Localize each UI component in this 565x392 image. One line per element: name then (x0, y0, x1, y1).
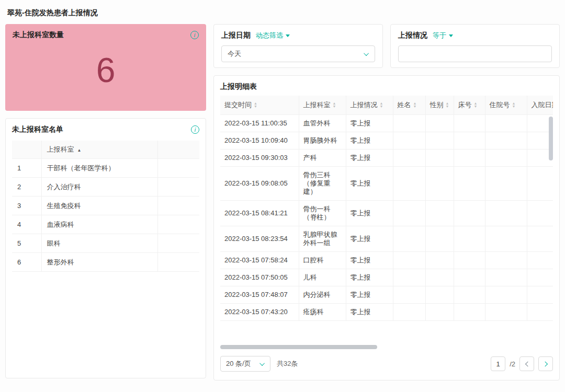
status-filter-mode-link[interactable]: 等于 (433, 31, 453, 40)
cell-name (393, 286, 425, 303)
cell-report-dept: 骨伤三科（修复重建） (299, 166, 346, 200)
dept-table-row: 5 眼科 (12, 234, 199, 252)
vertical-scrollbar-thumb[interactable] (549, 117, 553, 160)
dept-row-index: 5 (12, 234, 41, 252)
cell-name (393, 200, 425, 226)
cell-admission-no (485, 132, 527, 149)
cell-report-status: 零上报 (346, 269, 393, 286)
page-header: 翠苑-住院发热患者上报情况 (0, 0, 565, 24)
dept-row-name: 眼科 (41, 234, 157, 252)
column-header-admission-no[interactable]: 住院号 (485, 96, 527, 114)
cell-report-status: 零上报 (346, 200, 393, 226)
cell-admission-no (485, 200, 527, 226)
cell-submit-time: 2022-03-15 08:41:21 (220, 200, 299, 226)
info-icon[interactable] (190, 31, 199, 39)
column-header-bed[interactable]: 床号 (454, 96, 485, 114)
cell-admission-no (485, 149, 527, 166)
info-icon[interactable] (191, 125, 199, 134)
date-filter-mode-label: 动态筛选 (256, 31, 283, 40)
cell-admission-no (485, 251, 527, 269)
cell-sex (425, 269, 454, 286)
status-filter-mode-label: 等于 (433, 31, 446, 40)
filters-row: 上报日期 动态筛选 今天 上报情况 等于 (213, 24, 560, 68)
sorter-icon (254, 102, 257, 108)
cell-sex (425, 251, 454, 269)
column-label: 住院号 (490, 101, 510, 109)
cell-bed (454, 226, 485, 251)
detail-table-row: 2022-03-15 08:41:21 骨伤一科（脊柱） 零上报 (220, 200, 553, 226)
column-header-admit-date[interactable]: 入院日期 (527, 96, 553, 114)
column-header-submit-time[interactable]: 提交时间 (220, 96, 299, 114)
cell-report-dept: 内分泌科 (299, 286, 346, 303)
column-header-report-dept[interactable]: 上报科室 (299, 96, 346, 114)
cell-admit-date (527, 303, 553, 320)
status-filter-label: 上报情况 (398, 31, 427, 40)
dept-row-name: 血液病科 (41, 215, 157, 234)
detail-table-row: 2022-03-15 09:30:03 产科 零上报 (220, 149, 553, 166)
cell-bed (454, 251, 485, 269)
detail-table-row: 2022-03-15 07:50:05 儿科 零上报 (220, 269, 553, 286)
cell-report-dept: 口腔科 (299, 251, 346, 269)
dept-row-empty (157, 252, 199, 271)
dept-card-header: 未上报科室名单 (12, 125, 199, 134)
date-filter-header: 上报日期 动态筛选 (221, 31, 375, 40)
cell-report-status: 零上报 (346, 251, 393, 269)
unreported-dept-list-card: 未上报科室名单 上报科室 1 (5, 118, 206, 378)
dept-row-empty (157, 196, 199, 215)
date-filter-select[interactable]: 今天 (221, 45, 375, 62)
dept-row-index: 2 (12, 177, 41, 196)
status-filter-inputbox (398, 45, 552, 62)
dept-column-header[interactable]: 上报科室 (41, 141, 157, 158)
cell-report-status: 零上报 (346, 114, 393, 132)
prev-page-button[interactable] (519, 356, 534, 371)
dept-row-empty (157, 177, 199, 196)
cell-admit-date (527, 251, 553, 269)
detail-table-footer: 20 条/页 共32条 1 /2 (220, 350, 553, 372)
dept-row-index: 3 (12, 196, 41, 215)
page-title: 翠苑-住院发热患者上报情况 (7, 8, 558, 18)
detail-table-header-row: 提交时间 上报科室 上报情况 姓名 性别 床号 住院号 入院日期 (220, 96, 553, 114)
dept-column-label: 上报科室 (47, 145, 74, 153)
cell-bed (454, 286, 485, 303)
cell-submit-time: 2022-03-15 09:08:05 (220, 166, 299, 200)
left-column: 未上报科室数量 6 未上报科室名单 上报科室 (5, 24, 206, 378)
date-filter-mode-link[interactable]: 动态筛选 (256, 31, 290, 40)
column-header-sex[interactable]: 性别 (425, 96, 454, 114)
detail-table-viewport: 提交时间 上报科室 上报情况 姓名 性别 床号 住院号 入院日期 2022- (220, 96, 553, 343)
dept-table: 上报科室 1 干部科（老年医学科） 2 介入治疗科 (12, 141, 199, 272)
cell-submit-time: 2022-03-15 10:09:40 (220, 132, 299, 149)
cell-admission-no (485, 114, 527, 132)
column-header-name[interactable]: 姓名 (393, 96, 425, 114)
dept-index-header (12, 141, 41, 158)
dept-row-name: 整形外科 (41, 252, 157, 271)
page-size-value: 20 条/页 (226, 359, 251, 368)
sorter-icon (512, 102, 516, 108)
column-label: 入院日期 (532, 101, 553, 109)
cell-name (393, 251, 425, 269)
current-page-box[interactable]: 1 (491, 356, 505, 371)
detail-table: 提交时间 上报科室 上报情况 姓名 性别 床号 住院号 入院日期 2022- (220, 96, 553, 321)
cell-report-status: 零上报 (346, 303, 393, 320)
sorter-icon (446, 102, 449, 108)
column-header-report-status[interactable]: 上报情况 (346, 96, 393, 114)
horizontal-scrollbar-thumb[interactable] (220, 345, 377, 349)
cell-bed (454, 166, 485, 200)
cell-report-status: 零上报 (346, 149, 393, 166)
cell-name (393, 149, 425, 166)
sorter-icon (474, 102, 478, 108)
next-page-button[interactable] (538, 356, 553, 371)
cell-sex (425, 286, 454, 303)
cell-submit-time: 2022-03-15 07:43:20 (220, 303, 299, 320)
page-size-select[interactable]: 20 条/页 (220, 356, 270, 372)
detail-table-row: 2022-03-15 07:58:24 口腔科 零上报 (220, 251, 553, 269)
horizontal-scrollbar (220, 344, 553, 350)
cell-admit-date (527, 166, 553, 200)
status-filter-input[interactable] (404, 50, 546, 58)
cell-sex (425, 303, 454, 320)
caret-down-icon (286, 34, 290, 37)
pagination: 1 /2 (491, 356, 553, 371)
cell-report-dept: 骨伤一科（脊柱） (299, 200, 346, 226)
total-count-label: 共32条 (277, 359, 298, 368)
dept-row-name: 生殖免疫科 (41, 196, 157, 215)
date-filter-label: 上报日期 (221, 31, 251, 40)
